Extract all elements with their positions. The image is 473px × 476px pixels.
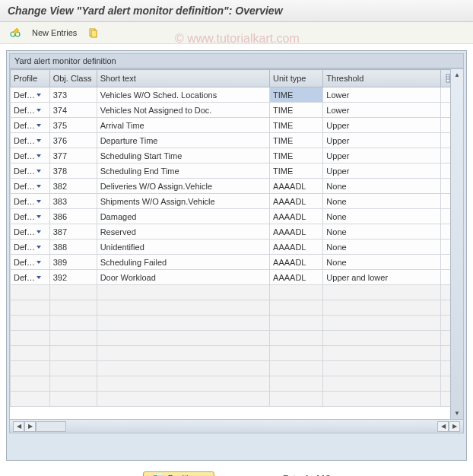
short-text-cell[interactable]: Arrival Time <box>97 118 269 133</box>
empty-cell[interactable] <box>97 300 269 316</box>
scroll-down-button[interactable]: ▼ <box>452 408 463 419</box>
empty-cell[interactable] <box>270 376 323 392</box>
obj-class-cell[interactable]: 377 <box>49 148 97 163</box>
profile-cell[interactable]: Def… <box>11 133 50 148</box>
table-row[interactable]: Def…378Scheduling End TimeTIMEUpper <box>11 163 456 179</box>
threshold-cell[interactable]: None <box>323 179 441 194</box>
empty-cell[interactable] <box>97 361 269 376</box>
short-text-cell[interactable]: Scheduling Failed <box>97 255 269 270</box>
empty-cell[interactable] <box>11 376 50 392</box>
short-text-cell[interactable]: Scheduling Start Time <box>97 148 269 163</box>
empty-cell[interactable] <box>97 346 269 361</box>
empty-cell[interactable] <box>11 331 50 346</box>
scroll-right-button[interactable]: ▶ <box>24 421 36 432</box>
unit-type-cell[interactable]: AAAADL <box>270 240 323 255</box>
profile-cell[interactable]: Def… <box>11 224 50 240</box>
scroll-left-button[interactable]: ◀ <box>13 421 24 432</box>
scroll-thumb-left[interactable] <box>36 421 66 432</box>
col-short-text[interactable]: Short text <box>97 70 269 87</box>
obj-class-cell[interactable]: 392 <box>49 270 97 285</box>
table-row[interactable]: Def…376Departure TimeTIMEUpper <box>11 133 456 148</box>
empty-cell[interactable] <box>49 316 97 331</box>
short-text-cell[interactable]: Reserved <box>97 224 269 240</box>
table-row[interactable]: Def…374Vehicles Not Assigned to Doc.TIME… <box>11 103 456 118</box>
empty-cell[interactable] <box>270 361 323 376</box>
unit-type-cell[interactable]: TIME <box>270 148 323 163</box>
short-text-cell[interactable]: Door Workload <box>97 270 269 285</box>
empty-cell[interactable] <box>323 285 441 300</box>
threshold-cell[interactable]: Upper <box>323 148 441 163</box>
empty-cell[interactable] <box>270 300 323 316</box>
empty-cell[interactable] <box>49 285 97 300</box>
threshold-cell[interactable]: None <box>323 240 441 255</box>
col-threshold[interactable]: Threshold <box>323 70 441 87</box>
col-profile[interactable]: Profile <box>11 70 50 87</box>
empty-cell[interactable] <box>270 316 323 331</box>
obj-class-cell[interactable]: 376 <box>49 133 97 148</box>
empty-cell[interactable] <box>323 346 441 361</box>
table-row[interactable] <box>11 376 456 392</box>
table-row[interactable] <box>11 346 456 361</box>
table-row[interactable]: Def…389Scheduling FailedAAAADLNone <box>11 255 456 270</box>
unit-type-cell[interactable]: AAAADL <box>270 179 323 194</box>
profile-cell[interactable]: Def… <box>11 103 50 118</box>
threshold-cell[interactable]: None <box>323 255 441 270</box>
empty-cell[interactable] <box>97 316 269 331</box>
table-row[interactable]: Def…377Scheduling Start TimeTIMEUpper <box>11 148 456 163</box>
empty-cell[interactable] <box>323 361 441 376</box>
table-row[interactable]: Def…382Deliveries W/O Assign.VehicleAAAA… <box>11 179 456 194</box>
profile-cell[interactable]: Def… <box>11 270 50 285</box>
obj-class-cell[interactable]: 375 <box>49 118 97 133</box>
table-row[interactable]: Def…373Vehicles W/O Sched. LocationsTIME… <box>11 87 456 103</box>
short-text-cell[interactable]: Vehicles W/O Sched. Locations <box>97 87 269 103</box>
table-row[interactable] <box>11 285 456 300</box>
obj-class-cell[interactable]: 383 <box>49 194 97 209</box>
table-row[interactable]: Def…387ReservedAAAADLNone <box>11 224 456 240</box>
obj-class-cell[interactable]: 382 <box>49 179 97 194</box>
empty-cell[interactable] <box>11 300 50 316</box>
short-text-cell[interactable]: Vehicles Not Assigned to Doc. <box>97 103 269 118</box>
unit-type-cell[interactable]: AAAADL <box>270 209 323 224</box>
table-row[interactable]: Def…375Arrival TimeTIMEUpper <box>11 118 456 133</box>
empty-cell[interactable] <box>11 361 50 376</box>
table-row[interactable] <box>11 300 456 316</box>
empty-cell[interactable] <box>49 361 97 376</box>
empty-cell[interactable] <box>11 392 50 407</box>
profile-cell[interactable]: Def… <box>11 163 50 179</box>
empty-cell[interactable] <box>97 285 269 300</box>
empty-cell[interactable] <box>323 316 441 331</box>
empty-cell[interactable] <box>323 300 441 316</box>
col-obj-class[interactable]: Obj. Class <box>49 70 97 87</box>
profile-cell[interactable]: Def… <box>11 255 50 270</box>
obj-class-cell[interactable]: 378 <box>49 163 97 179</box>
table-row[interactable] <box>11 331 456 346</box>
threshold-cell[interactable]: None <box>323 209 441 224</box>
obj-class-cell[interactable]: 389 <box>49 255 97 270</box>
empty-cell[interactable] <box>49 392 97 407</box>
unit-type-cell[interactable]: AAAADL <box>270 270 323 285</box>
short-text-cell[interactable]: Scheduling End Time <box>97 163 269 179</box>
short-text-cell[interactable]: Deliveries W/O Assign.Vehicle <box>97 179 269 194</box>
unit-type-cell[interactable]: AAAADL <box>270 255 323 270</box>
empty-cell[interactable] <box>97 392 269 407</box>
threshold-cell[interactable]: Upper <box>323 133 441 148</box>
threshold-cell[interactable]: Upper <box>323 163 441 179</box>
profile-cell[interactable]: Def… <box>11 118 50 133</box>
threshold-cell[interactable]: None <box>323 224 441 240</box>
profile-cell[interactable]: Def… <box>11 179 50 194</box>
empty-cell[interactable] <box>11 316 50 331</box>
empty-cell[interactable] <box>97 331 269 346</box>
short-text-cell[interactable]: Departure Time <box>97 133 269 148</box>
short-text-cell[interactable]: Shipments W/O Assign.Vehicle <box>97 194 269 209</box>
empty-cell[interactable] <box>323 376 441 392</box>
col-unit-type[interactable]: Unit type <box>270 70 323 87</box>
new-entries-button[interactable]: New Entries <box>29 27 80 39</box>
unit-type-cell[interactable]: TIME <box>270 163 323 179</box>
empty-cell[interactable] <box>49 331 97 346</box>
scroll-up-button[interactable]: ▲ <box>452 69 463 81</box>
table-row[interactable] <box>11 392 456 407</box>
empty-cell[interactable] <box>49 376 97 392</box>
empty-cell[interactable] <box>323 331 441 346</box>
profile-cell[interactable]: Def… <box>11 209 50 224</box>
obj-class-cell[interactable]: 374 <box>49 103 97 118</box>
